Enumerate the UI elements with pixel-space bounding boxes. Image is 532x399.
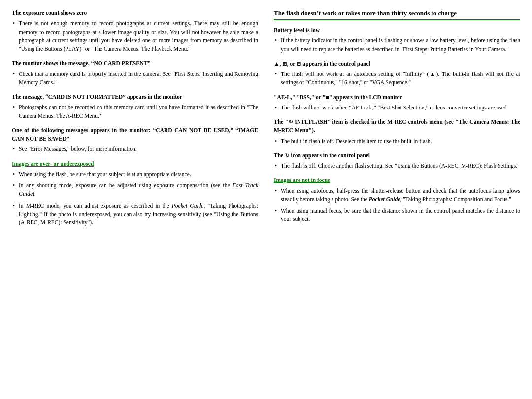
section-icon-cp: The ↻ icon appears in the control panel … xyxy=(274,151,520,171)
bullet-list-over-underexposed: When using the flash, be sure that your … xyxy=(12,170,258,227)
section-battery-low: Battery level is low If the battery indi… xyxy=(274,26,520,54)
right-column: The flash doesn’t work or takes more tha… xyxy=(272,9,522,233)
section-title-flash: The flash doesn’t work or takes more tha… xyxy=(274,9,520,20)
bullet-list-intlflash: The built-in flash is off. Deselect this… xyxy=(274,137,520,145)
list-item: The flash is off. Choose another flash s… xyxy=(274,162,520,170)
section-card-not-formatted: The message, “CARD IS NOT FORMATTED” app… xyxy=(12,93,258,120)
list-item: When using autofocus, half-press the shu… xyxy=(274,187,520,204)
section-title-icon-cp: The ↻ icon appears in the control panel xyxy=(274,151,520,160)
list-item: See "Error Messages," below, for more in… xyxy=(12,145,258,153)
list-item: In M-REC mode, you can adjust exposure a… xyxy=(12,202,258,227)
section-ae-l-bss: "AE-L," "BSS," or "■" appears in the LCD… xyxy=(274,93,520,112)
list-item: The built-in flash is off. Deselect this… xyxy=(274,137,520,145)
bullet-list-battery-low: If the battery indicator in the control … xyxy=(274,36,520,54)
section-title-exposure-count: The exposure count shows zero xyxy=(12,9,258,17)
section-title-not-in-focus: Images are not in focus xyxy=(274,176,520,184)
list-item: There is not enough memory to record pho… xyxy=(12,19,258,53)
section-title-intlflash: The "↻ INTLFLASH" item is checked in the… xyxy=(274,118,520,135)
section-title-card-not-used: One of the following messages appears in… xyxy=(12,126,258,144)
section-title-over-underexposed: Images are over- or underexposed xyxy=(12,160,258,168)
bullet-list-icon-cp: The flash is off. Choose another flash s… xyxy=(274,162,520,170)
bullet-list-no-card: Check that a memory card is properly ins… xyxy=(12,70,258,87)
bullet-list-exposure-count: There is not enough memory to record pho… xyxy=(12,19,258,53)
list-item: When using the flash, be sure that your … xyxy=(12,170,258,179)
list-item: When using manual focus, be sure that th… xyxy=(274,207,520,224)
section-title-ae-l-bss: "AE-L," "BSS," or "■" appears in the LCD… xyxy=(274,93,520,102)
section-title-icon-control: ▲, ⊞, or ⊞ appears in the control panel xyxy=(274,60,520,68)
list-item: In any shooting mode, exposure can be ad… xyxy=(12,181,258,199)
list-item: Check that a memory card is properly ins… xyxy=(12,70,258,87)
bullet-list-card-not-used: See "Error Messages," below, for more in… xyxy=(12,145,258,153)
section-card-not-used: One of the following messages appears in… xyxy=(12,126,258,154)
bullet-list-icon-control: The flash will not work at an autofocus … xyxy=(274,70,520,87)
bullet-list-not-in-focus: When using autofocus, half-press the shu… xyxy=(274,187,520,224)
list-item: If the battery indicator in the control … xyxy=(274,36,520,54)
section-title-no-card: The monitor shows the message, “NO CARD … xyxy=(12,59,258,68)
section-title-card-not-formatted: The message, “CARD IS NOT FORMATTED” app… xyxy=(12,93,258,101)
list-item: The flash will not work at an autofocus … xyxy=(274,70,520,87)
section-flash-header: The flash doesn’t work or takes more tha… xyxy=(274,9,520,20)
bullet-list-card-not-formatted: Photographs can not be recorded on this … xyxy=(12,103,258,120)
section-over-underexposed: Images are over- or underexposed When us… xyxy=(12,160,258,227)
list-item: The flash will not work when “AE Lock,” … xyxy=(274,104,520,112)
section-icon-control: ▲, ⊞, or ⊞ appears in the control panel … xyxy=(274,60,520,87)
section-not-in-focus: Images are not in focus When using autof… xyxy=(274,176,520,223)
section-no-card: The monitor shows the message, “NO CARD … xyxy=(12,59,258,87)
list-item: Photographs can not be recorded on this … xyxy=(12,103,258,120)
main-content: The exposure count shows zero There is n… xyxy=(10,9,522,233)
left-column: The exposure count shows zero There is n… xyxy=(10,9,260,233)
bullet-list-ae-l-bss: The flash will not work when “AE Lock,” … xyxy=(274,104,520,112)
section-title-battery-low: Battery level is low xyxy=(274,26,520,35)
section-intlflash: The "↻ INTLFLASH" item is checked in the… xyxy=(274,118,520,145)
section-exposure-count: The exposure count shows zero There is n… xyxy=(12,9,258,53)
